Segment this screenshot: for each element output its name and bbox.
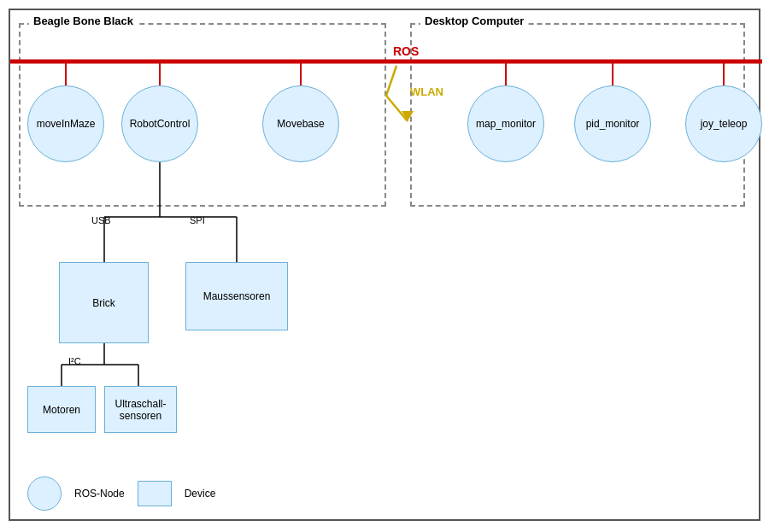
node-moveInMaze: moveInMaze (27, 85, 104, 162)
legend-node-label: ROS-Node (74, 488, 125, 500)
usb-label: USB (91, 215, 111, 225)
ros-label: ROS (393, 44, 419, 58)
node-map-monitor: map_monitor (467, 85, 544, 162)
legend: ROS-Node Device (27, 476, 215, 511)
legend-device-label: Device (185, 488, 216, 500)
node-joy-teleop: joy_teleop (685, 85, 762, 162)
svg-line-7 (386, 66, 396, 96)
device-motoren: Motoren (27, 386, 96, 433)
spi-label: SPI (190, 215, 205, 225)
legend-node-circle (27, 476, 62, 511)
device-brick: Brick (59, 262, 149, 343)
device-ultraschall: Ultraschall- sensoren (104, 386, 177, 433)
main-diagram: ROS WLAN Beagle Bone Black Desktop Compu… (9, 9, 760, 521)
i2c-label: I²C (68, 356, 81, 366)
bbb-label: Beagle Bone Black (29, 15, 138, 27)
legend-device-rect (138, 481, 172, 506)
svg-line-8 (386, 96, 408, 121)
node-pid-monitor: pid_monitor (574, 85, 651, 162)
node-robotControl: RobotControl (121, 85, 198, 162)
device-maussensoren: Maussensoren (185, 262, 288, 330)
wlan-label: WLAN (410, 85, 443, 98)
node-movebase: Movebase (262, 85, 339, 162)
desktop-label: Desktop Computer (420, 15, 528, 27)
